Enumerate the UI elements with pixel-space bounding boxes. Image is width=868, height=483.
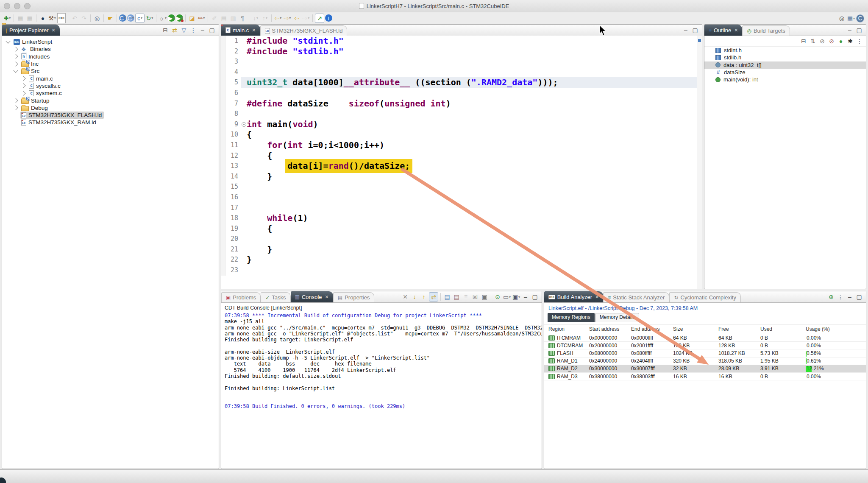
- display-console-icon[interactable]: ▭▾: [503, 293, 511, 301]
- info-icon[interactable]: i: [325, 14, 332, 22]
- close-icon[interactable]: ✕: [51, 28, 55, 33]
- tree-item-stm32h735igkx-flash-ld[interactable]: STM32H735IGKX_FLASH.ld: [2, 112, 219, 119]
- pin-scroll-icon[interactable]: ⇄: [429, 292, 438, 302]
- memory-row-ram-d1[interactable]: RAM_D10x240000000x2404ffff320 KB318.05 K…: [544, 357, 866, 365]
- dropdown-arrow-icon[interactable]: ▾: [54, 16, 56, 20]
- memory-row-ram-d3[interactable]: RAM_D30x380000000x38003fff16 KB16 KB0 B0…: [544, 373, 866, 380]
- collapse-all-icon[interactable]: ⊟: [161, 26, 170, 34]
- open-perspective-icon[interactable]: ↗: [315, 14, 324, 23]
- expand-arrow-icon[interactable]: [13, 61, 18, 66]
- outline-item-datasize[interactable]: #dataSize: [704, 69, 866, 76]
- new-c-project-icon[interactable]: C▾: [119, 14, 126, 22]
- tree-item-debug[interactable]: Debug: [2, 104, 219, 112]
- tree-item-linkerscript[interactable]: LinkerScript: [2, 38, 219, 45]
- tree-item-syscalls-c[interactable]: syscalls.c: [2, 82, 219, 89]
- artifact-link[interactable]: LinkerScript.elf - /LinkerScript/Debug -…: [544, 303, 866, 313]
- dropdown-arrow-icon[interactable]: ▾: [151, 16, 153, 20]
- column-header-start-address[interactable]: Start address: [589, 326, 631, 332]
- search-icon[interactable]: ◎: [837, 14, 846, 22]
- maximize-icon[interactable]: ▢: [531, 293, 539, 301]
- maximize-icon[interactable]: ▢: [691, 26, 699, 34]
- show-stderr-icon[interactable]: ▤: [452, 293, 461, 301]
- pin-analysis-icon[interactable]: ⊕: [827, 293, 835, 301]
- memory-row-flash[interactable]: FLASH0x080000000x080fffff1024 KB1018.27 …: [544, 349, 866, 357]
- tree-item-sysmem-c[interactable]: sysmem.c: [2, 89, 219, 97]
- view-menu-icon[interactable]: ⋮: [855, 37, 864, 45]
- outline-item-stdlib-h[interactable]: stdlib.h: [704, 54, 866, 61]
- outline-tab-outline[interactable]: ≡Outline✕: [704, 25, 742, 36]
- editor-tab-main-c[interactable]: main.c✕: [221, 25, 260, 36]
- view-menu-icon[interactable]: ⋮: [836, 293, 845, 301]
- minimize-icon[interactable]: –: [521, 293, 530, 301]
- forward-icon[interactable]: ⇨▾: [283, 14, 292, 22]
- dropdown-arrow-icon[interactable]: ▾: [9, 16, 11, 20]
- fold-marker-icon[interactable]: −: [242, 122, 246, 127]
- scroll-up-icon[interactable]: ↑: [420, 293, 428, 301]
- outline-list[interactable]: stdint.hstdlib.hdata : uint32_t[]#dataSi…: [704, 47, 866, 83]
- binary-file-icon[interactable]: 010: [57, 14, 66, 22]
- tree-item-src[interactable]: Src: [2, 67, 219, 75]
- subtab-memory-regions[interactable]: Memory Regions: [548, 313, 595, 322]
- project-explorer-tab-project-explorer[interactable]: Project Explorer✕: [2, 25, 60, 36]
- memory-row-dtcmram[interactable]: DTCMRAM0x200000000x2001ffff128 KB128 KB0…: [544, 342, 866, 349]
- dropdown-arrow-icon[interactable]: ▾: [289, 16, 291, 20]
- last-edit-icon[interactable]: ⇦: [292, 14, 301, 22]
- cpp-perspective-icon[interactable]: C: [856, 14, 864, 22]
- console-tab-problems[interactable]: ▣Problems: [221, 292, 261, 302]
- clear-icon[interactable]: ✕: [401, 293, 409, 301]
- dropdown-arrow-icon[interactable]: ▾: [165, 16, 167, 20]
- format-icon[interactable]: ✏▾: [197, 14, 206, 22]
- run-icon[interactable]: ▶▾: [168, 14, 175, 22]
- link-with-editor-icon[interactable]: ✱: [846, 37, 854, 45]
- new-c-file-icon[interactable]: c▾: [135, 14, 145, 23]
- maximize-icon[interactable]: ▢: [855, 293, 863, 301]
- link-editor-icon[interactable]: ⇄: [170, 26, 179, 34]
- memory-row-itcmram[interactable]: ITCMRAM0x000000000x0000ffff64 KB64 KB0 B…: [544, 334, 866, 342]
- column-header-used[interactable]: Used: [760, 326, 806, 332]
- maximize-icon[interactable]: ▢: [208, 26, 216, 34]
- build-all-icon[interactable]: ●: [39, 14, 47, 22]
- expand-arrow-icon[interactable]: [13, 106, 18, 110]
- build-analyzer-tab-build-analyzer[interactable]: 010Build Analyzer✕: [544, 291, 603, 302]
- open-folder-icon[interactable]: ◪: [188, 14, 196, 22]
- close-icon[interactable]: ✕: [734, 28, 738, 33]
- expand-arrow-icon[interactable]: [21, 91, 25, 95]
- expand-arrow-icon[interactable]: [13, 98, 18, 103]
- editor-tab-stm32h735igkx-flash-ld[interactable]: STM32H735IGKX_FLASH.ld: [260, 25, 348, 36]
- sort-icon[interactable]: ⇅: [809, 37, 817, 45]
- scroll-down-icon[interactable]: ↓: [410, 293, 419, 301]
- build-icon[interactable]: ⚒▾: [48, 14, 56, 22]
- code-editor[interactable]: 1#include "stdint.h"2#include "stdlib.h"…: [221, 36, 702, 289]
- close-icon[interactable]: ✕: [595, 294, 599, 300]
- dropdown-arrow-icon[interactable]: ▾: [518, 295, 520, 299]
- hide-static-icon[interactable]: ⊘: [827, 37, 836, 45]
- console-output[interactable]: 07:39:58 **** Incremental Build of confi…: [221, 312, 542, 410]
- console-tab-console[interactable]: ▥Console✕: [291, 291, 333, 302]
- build-analyzer-tab-static-stack-analyzer[interactable]: ≡Static Stack Analyzer: [603, 292, 669, 302]
- search-icon[interactable]: ◎: [93, 14, 101, 22]
- dropdown-arrow-icon[interactable]: ▾: [173, 16, 175, 20]
- show-stdout-icon[interactable]: ▤: [443, 293, 451, 301]
- generate-code-icon[interactable]: ↻▾: [145, 14, 154, 22]
- console-tab-tasks[interactable]: ✓Tasks: [261, 292, 290, 302]
- outline-tab-build-targets[interactable]: ◎Build Targets: [742, 25, 790, 36]
- collapse-arrow-icon[interactable]: [6, 39, 10, 43]
- tree-item-binaries[interactable]: Binaries: [2, 45, 219, 53]
- tree-item-inc[interactable]: Inc: [2, 60, 219, 67]
- dropdown-arrow-icon[interactable]: ▾: [141, 16, 142, 20]
- show-whitespace-icon[interactable]: ¶: [238, 14, 247, 22]
- make-target-icon[interactable]: ☛: [106, 14, 114, 22]
- dropdown-arrow-icon[interactable]: ▾: [124, 16, 126, 20]
- outline-item-main-void[interactable]: main(void) : int: [704, 76, 866, 83]
- expand-arrow-icon[interactable]: [21, 76, 25, 81]
- new-icon[interactable]: ✚▾: [3, 14, 11, 22]
- outline-item-stdint-h[interactable]: stdint.h: [704, 47, 866, 54]
- tree-item-startup[interactable]: Startup: [2, 97, 219, 104]
- column-header-usage[interactable]: Usage (%): [806, 326, 861, 332]
- dropdown-arrow-icon[interactable]: ▾: [509, 295, 511, 299]
- view-menu-icon[interactable]: ⋮: [189, 26, 198, 34]
- filter-icon[interactable]: ▽: [180, 26, 188, 34]
- collapse-arrow-icon[interactable]: [13, 68, 18, 73]
- minimize-icon[interactable]: –: [846, 26, 854, 34]
- maximize-icon[interactable]: ▢: [855, 26, 863, 34]
